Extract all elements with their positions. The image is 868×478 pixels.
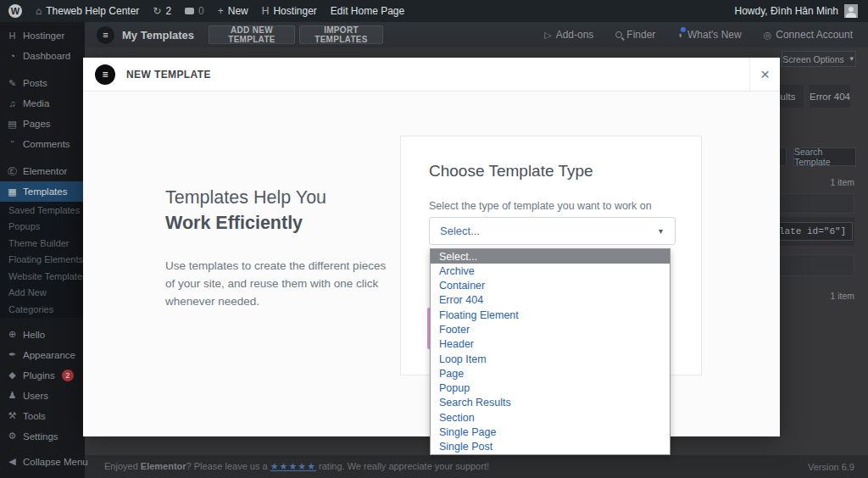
option-container[interactable]: Container [431,279,670,293]
import-templates-button[interactable]: IMPORT TEMPLATES [299,25,383,44]
template-type-dropdown-list: Select...ArchiveContainerError 404Floati… [430,248,670,455]
sidebar-item-collapse-menu[interactable]: ◀Collapse Menu [0,452,85,472]
hostinger-logo-icon: H [262,5,270,17]
howdy-user[interactable]: Howdy, Đình Hân Minh [735,5,839,17]
plus-icon: + [218,5,224,17]
wp-sidebar-menu: HHostinger◔Dashboard✎Posts♫Media▤Pages“C… [0,22,85,478]
sidebar-subitem-website-templates[interactable]: Website Templates [0,268,85,285]
wordpress-admin-screen: W ⌂ Theweb Help Center ↻ 2 0 + New H Hos… [0,0,868,478]
admin-footer: Enjoyed Elementor? Please leave us a ★★★… [85,455,868,478]
megaphone-icon: ◖ [677,30,683,40]
option-select-[interactable]: Select... [431,249,670,264]
option-header[interactable]: Header [431,337,670,352]
pages-icon: ▤ [7,119,18,130]
option-single-page[interactable]: Single Page [431,425,670,439]
sidebar-subitem-categories[interactable]: Categories [0,301,85,318]
option-archive[interactable]: Archive [431,264,670,278]
sidebar-item-label: Media [23,98,49,108]
sidebar-subitem-add-new[interactable]: Add New [0,285,85,302]
option-section[interactable]: Section [431,410,670,425]
item-count-top: 1 item [830,177,854,187]
sidebar-item-tools[interactable]: ⚒Tools [0,406,85,426]
settings-icon: ⚙ [7,431,18,442]
sidebar-subitem-theme-builder[interactable]: Theme Builder [0,235,85,252]
tools-icon: ⚒ [7,410,18,421]
admin-bar-new[interactable]: + New [218,5,248,17]
connect-account-link[interactable]: ◎ Connect Account [764,29,853,41]
option-footer[interactable]: Footer [431,322,670,336]
option-page[interactable]: Page [431,366,670,381]
item-count-bottom: 1 item [830,291,854,301]
sidebar-item-label: Hostinger [23,31,64,41]
tab-error-404[interactable]: Error 404 [810,85,850,108]
dashboard-icon: ◔ [7,51,18,61]
sidebar-item-label: Users [23,391,48,401]
sidebar-item-users[interactable]: ♟Users [0,386,85,406]
elementor-topbar: ≡ My Templates ADD NEW TEMPLATE IMPORT T… [85,22,868,47]
sidebar-item-elementor[interactable]: ⒺElementor [0,161,85,181]
admin-bar-site-name[interactable]: ⌂ Theweb Help Center [36,5,139,17]
sidebar-item-hostinger[interactable]: HHostinger [0,25,85,46]
five-star-rating-link[interactable]: ★★★★★ [270,461,316,471]
sidebar-item-media[interactable]: ♫Media [0,93,85,114]
sidebar-item-comments[interactable]: “Comments [0,134,85,154]
card-title: Choose Template Type [429,162,593,181]
posts-icon: ✎ [7,78,18,89]
sidebar-item-pages[interactable]: ▤Pages [0,114,85,134]
wordpress-logo-icon[interactable]: W [8,4,22,18]
sidebar-subitem-saved-templates[interactable]: Saved Templates [0,202,85,219]
collapse-icon: ◀ [7,456,18,467]
close-icon[interactable]: × [749,58,780,92]
sidebar-item-templates[interactable]: ▦Templates [0,181,85,202]
option-popup[interactable]: Popup [431,381,670,396]
option-single-post[interactable]: Single Post [431,440,670,454]
admin-bar-edit-home-page[interactable]: Edit Home Page [331,5,404,17]
sidebar-item-label: Elementor [23,166,67,176]
sidebar-item-hello[interactable]: ⊕Hello [0,325,85,345]
sidebar-item-label: Posts [23,78,47,88]
templates-icon: ▦ [7,186,18,197]
sidebar-item-label: Hello [23,330,45,340]
add-new-template-button[interactable]: ADD NEW TEMPLATE [209,25,295,44]
appearance-icon: ✒ [7,349,18,360]
user-avatar[interactable] [844,4,858,18]
finder-link[interactable]: Finder [615,29,655,41]
footer-rating-text: Enjoyed Elementor? Please leave us a ★★★… [104,461,489,472]
sidebar-subitem-popups[interactable]: Popups [0,219,85,236]
sidebar-item-label: Templates [23,186,67,197]
admin-bar-comments[interactable]: 0 [185,5,204,17]
sidebar-item-plugins[interactable]: ◆Plugins2 [0,365,85,386]
sidebar-item-posts[interactable]: ✎Posts [0,73,85,93]
option-search-results[interactable]: Search Results [431,396,670,410]
updates-icon: ↻ [153,5,161,17]
admin-bar-hostinger[interactable]: H Hostinger [262,5,317,17]
intro-title-line1: Templates Help You [165,187,326,208]
sidebar-separator [0,318,85,325]
sidebar-separator [0,154,85,161]
elementor-icon: Ⓔ [7,165,18,178]
elementor-modal-logo-icon: ≡ [95,64,115,85]
modal-header: ≡ NEW TEMPLATE × [83,58,780,92]
sidebar-item-label: Comments [23,139,70,149]
sidebar-item-label: Appearance [23,350,75,360]
option-error-404[interactable]: Error 404 [431,293,670,308]
hello-icon: ⊕ [7,329,18,340]
shortcode-field[interactable]: late id="6"] [775,222,853,241]
version-label: Version 6.9 [808,462,854,472]
sidebar-item-dashboard[interactable]: ◔Dashboard [0,46,85,66]
search-template-button[interactable]: Search Template [793,147,856,166]
admin-bar-updates[interactable]: ↻ 2 [153,5,171,17]
whats-new-link[interactable]: ◖ What's New [677,29,741,41]
addons-link[interactable]: ▷ Add-ons [544,29,593,41]
screen-options-button[interactable]: Screen Options ▼ [782,51,856,67]
option-loop-item[interactable]: Loop Item [431,352,670,366]
option-floating-element[interactable]: Floating Element [431,308,670,322]
wp-admin-bar: W ⌂ Theweb Help Center ↻ 2 0 + New H Hos… [0,0,868,22]
sidebar-item-settings[interactable]: ⚙Settings [0,426,85,447]
update-count-badge: 2 [62,370,74,381]
sidebar-item-label: Pages [23,119,51,129]
comments-icon: “ [7,139,18,149]
sidebar-subitem-floating-elements[interactable]: Floating Elements [0,252,85,269]
template-type-select[interactable]: Select... ▾ [429,217,676,245]
sidebar-item-appearance[interactable]: ✒Appearance [0,345,85,365]
